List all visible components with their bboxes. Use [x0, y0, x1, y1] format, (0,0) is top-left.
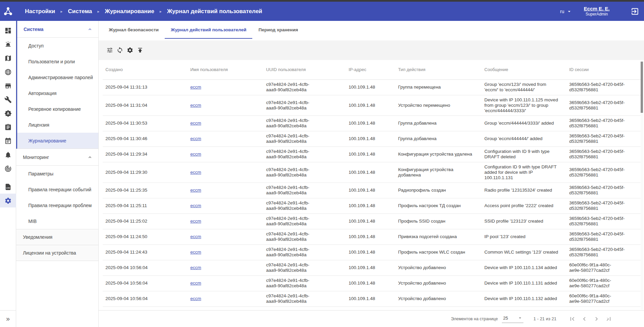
user-link[interactable]: eccm	[190, 250, 201, 255]
rail-item-log-file[interactable]: LOG	[0, 180, 16, 194]
user-link[interactable]: eccm	[190, 219, 201, 224]
sidebar-item[interactable]: Лицензия	[17, 117, 98, 133]
user-link[interactable]: eccm	[190, 296, 201, 301]
sidebar-item[interactable]: Журналирование	[17, 133, 98, 149]
user-link[interactable]: eccm	[190, 103, 201, 108]
cell-action: Профиль настроек WLC создан	[398, 244, 484, 260]
sidebar-item[interactable]: Параметры	[16, 166, 98, 182]
table-row: 2025-09-04 11:30:46eccmc97e4824-2e91-4cf…	[103, 131, 641, 146]
scrollbar-thumb[interactable]	[641, 62, 643, 113]
cell-uuid: c97e4824-2e91-4cfb- aaa9-90af82ceb48a	[266, 162, 349, 183]
cell-session: 3659b563-5eb2-4720-b45f- d532f8756881	[569, 183, 641, 198]
filter-button[interactable]	[106, 46, 114, 54]
cell-user: eccm	[190, 162, 266, 183]
cell-action: Группа перемещена	[398, 79, 484, 95]
user-link[interactable]: eccm	[190, 85, 201, 90]
next-page-button[interactable]	[593, 315, 600, 323]
sidebar: СистемаДоступПользователи и ролиАдминист…	[16, 21, 99, 327]
cell-ip: 100.109.1.48	[349, 198, 398, 214]
vertical-scrollbar[interactable]	[641, 60, 643, 309]
app-logo[interactable]	[0, 6, 16, 17]
last-page-icon	[605, 315, 612, 323]
cell-message: IP pool '123' created	[484, 229, 569, 244]
sidebar-group-header-1[interactable]: Система	[17, 21, 98, 38]
table-row: 2025-09-04 11:24:50eccmc97e4824-2e91-4cf…	[103, 229, 641, 244]
cell-created: 2025-09-04 11:24:50	[103, 229, 190, 244]
cell-session: 3659b563-5eb2-4720-b45f- d532f8756881	[569, 198, 641, 214]
cell-uuid: c97e4824-2e91-4cfb- aaa9-90af82ceb48a	[266, 229, 349, 244]
cell-message: Configuration ID 9 with type DRAFT added…	[484, 162, 569, 183]
user-link[interactable]: eccm	[190, 265, 201, 270]
user-link[interactable]: eccm	[190, 121, 201, 126]
cell-created: 2025-09-04 11:30:53	[103, 116, 190, 131]
breadcrumb-item[interactable]: Настройки	[25, 8, 55, 15]
tab-2[interactable]: Журнал действий пользователей	[165, 21, 252, 39]
sidebar-group-header-2[interactable]: Мониторинг	[16, 149, 98, 166]
user-link[interactable]: eccm	[190, 136, 201, 141]
sidebar-item[interactable]: Резервное копирование	[17, 101, 98, 117]
user-link[interactable]: eccm	[190, 170, 201, 175]
breadcrumb: Настройки▸Система▸Журналирование▸Журнал …	[25, 8, 262, 15]
rail-item-map[interactable]	[0, 51, 16, 65]
rail-item-calendar[interactable]	[0, 134, 16, 148]
breadcrumb-item[interactable]: Журналирование	[105, 8, 154, 15]
user-link[interactable]: eccm	[190, 188, 201, 193]
breadcrumb-item[interactable]: Система	[68, 8, 92, 15]
user-link[interactable]: eccm	[190, 281, 201, 286]
cell-uuid: c97e4824-2e91-4cfb- aaa9-90af82ceb48a	[266, 275, 349, 291]
sidebar-item[interactable]: Администрирование паролей	[17, 69, 98, 85]
cell-uuid: c97e4824-2e91-4cfb- aaa9-90af82ceb48a	[266, 79, 349, 95]
user-link[interactable]: eccm	[190, 152, 201, 157]
table-settings-button[interactable]	[126, 46, 134, 54]
logout-button[interactable]	[631, 7, 639, 16]
tab-3[interactable]: Период хранения	[252, 21, 304, 39]
cell-ip: 100.109.1.48	[349, 183, 398, 198]
rail-item-network[interactable]	[0, 65, 16, 79]
rail-item-alerts[interactable]	[0, 37, 16, 51]
sidebar-item[interactable]: Лицензии на устройства	[16, 245, 98, 261]
sidebar-item[interactable]: Правила генерации проблем	[16, 197, 98, 213]
rail-item-dashboard[interactable]	[0, 24, 16, 37]
table-toolbar	[99, 40, 644, 60]
rail-item-notifications[interactable]	[0, 148, 16, 162]
rail-item-tasks[interactable]	[0, 120, 16, 134]
previous-page-button[interactable]	[581, 315, 588, 323]
settings-gear-icon	[127, 47, 133, 54]
sidebar-item[interactable]: MIB	[16, 213, 98, 229]
cell-action: Радиопрофиль создан	[398, 183, 484, 198]
column-header: ID сессии	[569, 60, 641, 79]
molecule-logo-icon	[3, 6, 13, 17]
sidebar-item[interactable]: Доступ	[17, 38, 98, 54]
user-name-link[interactable]: Eccm E. E.	[584, 6, 610, 12]
user-menu[interactable]: Eccm E. E. SuperAdmin	[584, 6, 610, 17]
sidebar-item[interactable]: Авторизация	[17, 85, 98, 101]
first-page-button[interactable]	[569, 315, 576, 323]
items-per-page-select[interactable]: 25	[502, 315, 523, 323]
rail-item-settings[interactable]	[0, 194, 16, 207]
sidebar-item[interactable]: Правила генерации событий	[16, 182, 98, 197]
notifications-bell-icon	[4, 151, 12, 159]
user-link[interactable]: eccm	[190, 203, 201, 208]
chevron-up-icon	[88, 27, 92, 32]
expand-sidebar-button[interactable]: »	[0, 310, 16, 327]
export-button[interactable]	[136, 46, 144, 54]
cell-uuid: c97e4824-2e91-4cfb- aaa9-90af82ceb48a	[266, 146, 349, 162]
last-page-button[interactable]	[605, 315, 612, 323]
rail-item-store[interactable]	[0, 79, 16, 93]
chevron-down-icon	[517, 315, 523, 321]
column-header: IP-адрес	[349, 60, 398, 79]
tab-1[interactable]: Журнал безопасности	[103, 21, 165, 39]
sidebar-item[interactable]: Пользователи и роли	[17, 54, 98, 69]
cell-uuid: c97e4824-2e91-4cfb- aaa9-90af82ceb48a	[266, 260, 349, 275]
svg-text:LOG: LOG	[6, 187, 10, 189]
rail-item-auto-rules[interactable]	[0, 106, 16, 120]
cell-message: Device with IP 100.110.1.132 added	[484, 291, 569, 306]
language-switcher[interactable]: ru	[560, 8, 572, 14]
breadcrumb-separator-icon: ▸	[97, 9, 99, 14]
refresh-button[interactable]	[116, 46, 124, 54]
rail-item-tools[interactable]	[0, 93, 16, 106]
user-link[interactable]: eccm	[190, 234, 201, 239]
sidebar-item[interactable]: Уведомления	[16, 229, 98, 245]
rail-item-monitoring[interactable]	[0, 162, 16, 175]
cell-session: 3659b563-5eb2-4720-b45f- d532f8756881	[569, 95, 641, 116]
